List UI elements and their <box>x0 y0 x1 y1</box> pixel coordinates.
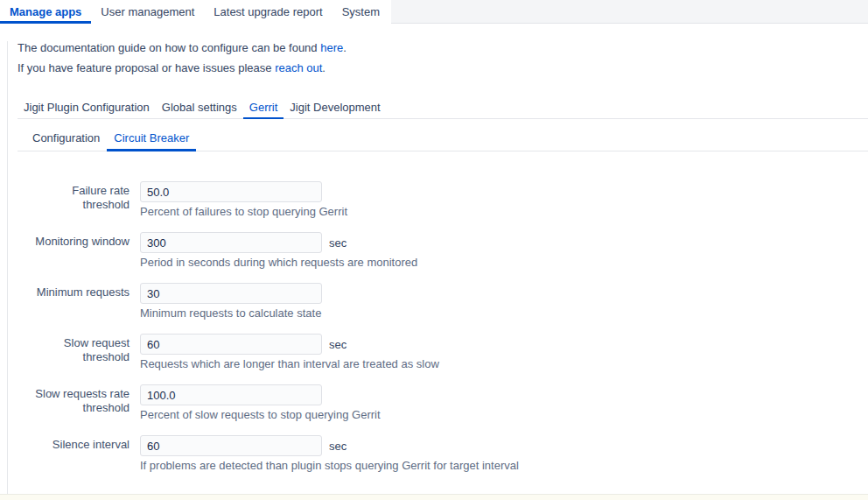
field-main: Percent of slow requests to stop queryin… <box>140 384 381 422</box>
field-row-silence-interval: Silence interval sec If problems are det… <box>32 435 868 473</box>
slow-request-threshold-input[interactable] <box>140 334 322 355</box>
documentation-note: The documentation guide on how to config… <box>18 41 868 55</box>
documentation-note-text: The documentation guide on how to config… <box>18 41 320 54</box>
tab-jigit-plugin-configuration[interactable]: Jigit Plugin Configuration <box>18 101 156 119</box>
nav-item-manage-apps[interactable]: Manage apps <box>0 0 91 24</box>
field-label: Minimum requests <box>32 283 130 299</box>
field-description: Requests which are longer than interval … <box>140 357 439 371</box>
subtab-configuration[interactable]: Configuration <box>25 131 107 151</box>
field-description: Percent of slow requests to stop queryin… <box>140 408 381 422</box>
input-line: sec <box>140 334 439 355</box>
field-label: Silence interval <box>32 435 130 452</box>
field-unit: sec <box>329 236 346 250</box>
field-description: Minimum requests to calculate state <box>140 306 322 320</box>
field-row-minimum-requests: Minimum requests Minimum requests to cal… <box>32 283 868 320</box>
field-label: Slow requests rate threshold <box>32 384 130 415</box>
field-main: Minimum requests to calculate state <box>140 283 322 320</box>
field-main: sec If problems are detected than plugin… <box>140 435 519 473</box>
field-description: Period in seconds during which requests … <box>140 256 417 270</box>
feedback-note-period: . <box>322 61 326 74</box>
tab-jigit-development[interactable]: Jigit Development <box>284 101 386 119</box>
field-unit: sec <box>329 440 346 453</box>
field-main: Percent of failures to stop querying Ger… <box>140 181 347 219</box>
reach-out-link[interactable]: reach out <box>275 61 322 74</box>
field-unit: sec <box>329 338 346 351</box>
field-row-slow-request-threshold: Slow request threshold sec Requests whic… <box>32 334 868 371</box>
field-main: sec Requests which are longer than inter… <box>140 334 439 371</box>
intro-text-block: The documentation guide on how to config… <box>18 41 868 75</box>
circuit-breaker-form: Failure rate threshold Percent of failur… <box>32 181 868 473</box>
subtab-circuit-breaker[interactable]: Circuit Breaker <box>107 131 196 151</box>
monitoring-window-input[interactable] <box>140 232 322 253</box>
feedback-note-text: If you have feature proposal or have iss… <box>18 61 275 74</box>
admin-nav-bar: Manage apps User management Latest upgra… <box>0 0 868 24</box>
field-row-monitoring-window: Monitoring window sec Period in seconds … <box>32 232 868 270</box>
admin-nav-group: Manage apps User management Latest upgra… <box>0 0 391 24</box>
failure-rate-threshold-input[interactable] <box>140 181 322 202</box>
slow-requests-rate-threshold-input[interactable] <box>140 384 322 405</box>
input-line <box>140 181 347 202</box>
documentation-note-period: . <box>343 41 346 54</box>
silence-interval-input[interactable] <box>140 435 322 456</box>
nav-item-user-management[interactable]: User management <box>91 0 204 24</box>
input-line: sec <box>140 435 519 456</box>
gerrit-subtab-bar: Configuration Circuit Breaker <box>18 131 868 151</box>
field-label: Failure rate threshold <box>32 181 130 212</box>
minimum-requests-input[interactable] <box>140 283 322 304</box>
feedback-note: If you have feature proposal or have iss… <box>18 61 868 75</box>
field-description: Percent of failures to stop querying Ger… <box>140 205 347 219</box>
field-label: Monitoring window <box>32 232 130 249</box>
input-line <box>140 384 381 405</box>
plugin-tab-bar: Jigit Plugin Configuration Global settin… <box>18 101 868 119</box>
bottom-section-edge <box>0 494 868 500</box>
content-left-divider <box>7 41 8 500</box>
tab-gerrit[interactable]: Gerrit <box>243 101 284 119</box>
input-line <box>140 283 322 304</box>
tab-global-settings[interactable]: Global settings <box>156 101 243 119</box>
documentation-here-link[interactable]: here <box>320 41 343 54</box>
manage-apps-content: The documentation guide on how to config… <box>0 41 868 500</box>
field-description: If problems are detected than plugin sto… <box>140 459 519 473</box>
field-label: Slow request threshold <box>32 334 130 364</box>
input-line: sec <box>140 232 417 253</box>
field-row-failure-rate-threshold: Failure rate threshold Percent of failur… <box>32 181 868 219</box>
nav-item-system[interactable]: System <box>332 0 389 24</box>
field-main: sec Period in seconds during which reque… <box>140 232 417 270</box>
nav-item-latest-upgrade-report[interactable]: Latest upgrade report <box>204 0 332 24</box>
field-row-slow-requests-rate-threshold: Slow requests rate threshold Percent of … <box>32 384 868 422</box>
